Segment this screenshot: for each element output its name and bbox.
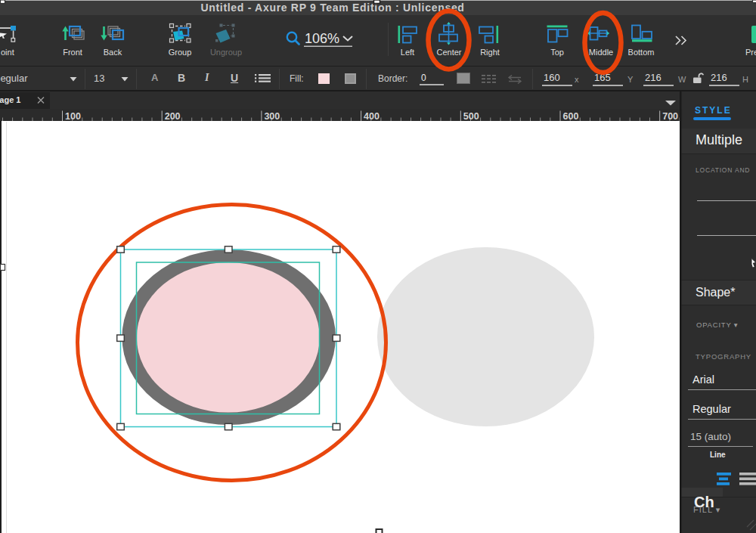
svg-text:300: 300 — [264, 111, 280, 122]
svg-text:500: 500 — [463, 111, 479, 122]
svg-text:400: 400 — [364, 111, 380, 122]
svg-text:100: 100 — [65, 111, 81, 122]
svg-text:200: 200 — [165, 111, 181, 122]
svg-text:106%: 106% — [305, 31, 339, 46]
svg-text:700: 700 — [662, 111, 678, 122]
svg-text:600: 600 — [563, 111, 579, 122]
